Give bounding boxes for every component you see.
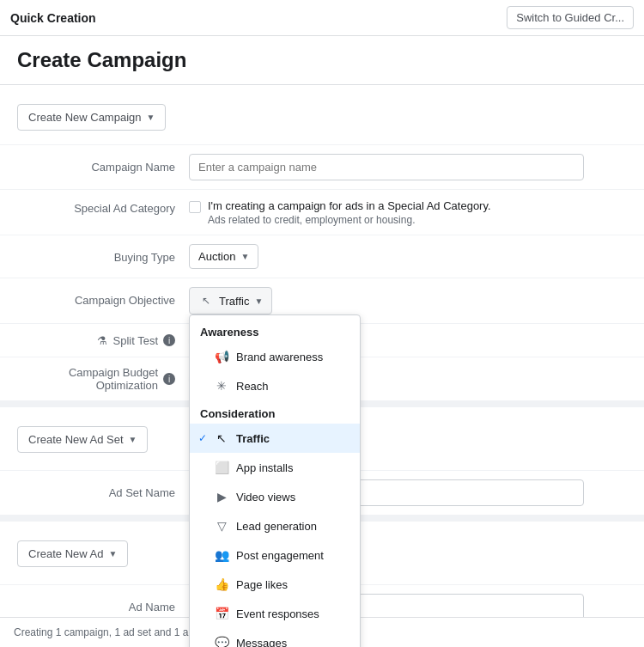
special-ad-subtext: Ads related to credit, employment or hou… [208, 214, 491, 226]
campaign-objective-label: Campaign Objective [17, 287, 189, 307]
app-installs-icon: ⬜ [214, 460, 229, 475]
campaign-objective-row: Campaign Objective ↖ Traffic ▼ Awareness… [0, 278, 644, 323]
event-responses-label: Event responses [236, 607, 319, 620]
create-ad-set-label: Create New Ad Set [28, 433, 124, 446]
reach-item[interactable]: ✳ Reach [190, 371, 360, 400]
create-ad-label: Create New Ad [28, 547, 103, 560]
lead-generation-label: Lead generation [236, 520, 317, 533]
traffic-label: Traffic [236, 432, 270, 445]
app-installs-item[interactable]: ⬜ App installs [190, 453, 360, 482]
quick-creation-title: Quick Creation [10, 11, 96, 25]
buying-type-row: Buying Type Auction ▼ [0, 235, 644, 278]
brand-awareness-label: Brand awareness [236, 351, 323, 363]
create-new-campaign-button[interactable]: Create New Campaign ▼ [17, 104, 166, 131]
reach-label: Reach [236, 380, 269, 393]
lead-generation-item[interactable]: ▽ Lead generation [190, 511, 360, 540]
switch-to-guided-button[interactable]: Switch to Guided Cr... [507, 6, 634, 29]
video-views-item[interactable]: ▶ Video views [190, 482, 360, 511]
create-new-ad-button[interactable]: Create New Ad ▼ [17, 540, 128, 567]
main-content: Create New Campaign ▼ Campaign Name Spec… [0, 85, 644, 647]
consideration-header: Consideration [190, 400, 360, 424]
event-responses-icon: 📅 [214, 606, 229, 621]
special-ad-category-row: Special Ad Category I'm creating a campa… [0, 189, 644, 235]
cursor-icon: ↖ [198, 293, 214, 308]
video-views-icon: ▶ [214, 489, 229, 504]
campaign-objective-dropdown-container: ↖ Traffic ▼ Awareness 📢 Brand awareness … [189, 287, 272, 314]
check-mark: ✓ [198, 432, 207, 444]
campaign-objective-dropdown[interactable]: ↖ Traffic ▼ [189, 287, 272, 314]
buying-type-control: Auction ▼ [189, 244, 627, 269]
special-ad-checkbox[interactable] [189, 201, 201, 213]
split-test-info-icon[interactable]: i [163, 334, 175, 346]
event-responses-item[interactable]: 📅 Event responses [190, 599, 360, 628]
traffic-cursor-icon: ↖ [214, 430, 229, 446]
buying-type-dropdown[interactable]: Auction ▼ [189, 244, 258, 269]
campaign-objective-menu: Awareness 📢 Brand awareness ✳ Reach Cons… [189, 314, 361, 647]
messages-item[interactable]: 💬 Messages [190, 628, 360, 647]
chevron-down-icon: ▼ [147, 113, 155, 122]
ad-name-label: Ad Name [17, 594, 189, 613]
chevron-down-icon: ▼ [129, 435, 137, 444]
post-engagement-icon: 👥 [214, 547, 229, 563]
page-title-section: Create Campaign [0, 36, 644, 85]
app-installs-label: App installs [236, 461, 293, 474]
split-test-label: Split Test [112, 334, 158, 347]
messages-label: Messages [236, 637, 287, 647]
speaker-icon: 📢 [214, 349, 229, 364]
campaign-objective-value: Traffic [219, 295, 249, 308]
campaign-name-input[interactable] [189, 154, 584, 180]
video-views-label: Video views [236, 491, 295, 504]
flask-icon: ⚗ [97, 334, 107, 347]
chevron-down-icon: ▼ [254, 296, 263, 306]
page-likes-icon: 👍 [214, 577, 229, 592]
campaign-name-label: Campaign Name [17, 154, 189, 174]
traffic-item[interactable]: ✓ ↖ Traffic [190, 424, 360, 453]
campaign-objective-control: ↖ Traffic ▼ Awareness 📢 Brand awareness … [189, 287, 627, 314]
create-new-ad-set-button[interactable]: Create New Ad Set ▼ [17, 426, 148, 453]
post-engagement-label: Post engagement [236, 549, 324, 562]
campaign-name-control [189, 154, 627, 180]
chevron-down-icon: ▼ [240, 252, 249, 261]
budget-optimization-info-icon[interactable]: i [163, 373, 175, 385]
budget-optimization-label: Campaign Budget Optimization [17, 366, 158, 392]
messages-icon: 💬 [214, 635, 229, 647]
top-bar: Quick Creation Switch to Guided Cr... [0, 0, 644, 36]
awareness-header: Awareness [190, 319, 360, 342]
brand-awareness-item[interactable]: 📢 Brand awareness [190, 342, 360, 371]
special-ad-text-block: I'm creating a campaign for ads in a Spe… [208, 198, 491, 226]
special-ad-content: I'm creating a campaign for ads in a Spe… [189, 198, 491, 226]
lead-generation-icon: ▽ [214, 518, 229, 534]
special-ad-text: I'm creating a campaign for ads in a Spe… [208, 198, 491, 214]
buying-type-label: Buying Type [17, 244, 189, 264]
page-likes-item[interactable]: 👍 Page likes [190, 570, 360, 599]
page-likes-label: Page likes [236, 578, 288, 591]
reach-icon: ✳ [214, 378, 229, 394]
bottom-bar-text: Creating 1 campaign, 1 ad set and 1 ad [14, 626, 194, 638]
budget-optimization-label-area: Campaign Budget Optimization i [17, 366, 189, 392]
ad-set-name-label: Ad Set Name [17, 479, 189, 499]
campaign-section-header: Create New Campaign ▼ [0, 85, 644, 144]
buying-type-value: Auction [198, 250, 235, 263]
chevron-down-icon: ▼ [108, 549, 117, 558]
special-ad-category-label: Special Ad Category [17, 198, 189, 215]
campaign-name-row: Campaign Name [0, 144, 644, 189]
split-test-label-area: ⚗ Split Test i [17, 334, 189, 347]
post-engagement-item[interactable]: 👥 Post engagement [190, 540, 360, 570]
page-title: Create Campaign [17, 48, 627, 72]
